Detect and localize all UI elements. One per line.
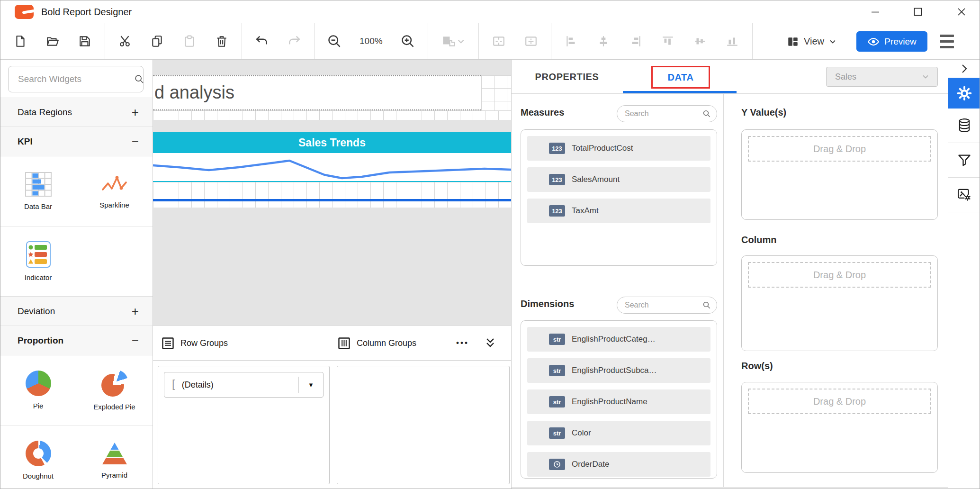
save-icon[interactable]	[78, 34, 92, 48]
widget-indicator[interactable]: Indicator	[0, 226, 76, 297]
design-grid	[153, 182, 511, 208]
widget-data-bar[interactable]: Data Bar	[0, 156, 76, 226]
report-title-textbox[interactable]: d analysis	[153, 75, 481, 110]
expand-icon[interactable]: +	[132, 106, 139, 118]
measure-item[interactable]: 123 SalesAmount	[527, 167, 710, 192]
drag-drop-zone[interactable]: Drag & Drop	[748, 389, 931, 414]
align-left-icon[interactable]	[564, 34, 578, 48]
measures-search-box[interactable]	[617, 105, 717, 122]
pie-icon	[26, 371, 51, 396]
align-bottom-icon[interactable]	[725, 34, 739, 48]
image-settings-icon[interactable]	[948, 178, 980, 212]
split-horizontal-icon[interactable]	[492, 34, 506, 48]
align-center-icon[interactable]	[596, 34, 611, 48]
filter-icon[interactable]	[948, 143, 980, 178]
widget-exploded-pie[interactable]: Exploded Pie	[76, 355, 153, 426]
sidebar-section-deviation[interactable]: Deviation +	[0, 297, 153, 326]
expand-icon[interactable]: +	[132, 305, 139, 317]
row-groups-section[interactable]: Row Groups	[162, 326, 228, 361]
dimension-item[interactable]: OrderDate	[527, 452, 710, 477]
main-toolbar: 100%	[0, 23, 980, 60]
data-tab-highlight: DATA	[651, 66, 710, 89]
field-name: EnglishProductName	[572, 397, 647, 407]
details-group-dropdown[interactable]: [ (Details) ▼	[164, 372, 324, 398]
zoom-in-icon[interactable]	[401, 34, 415, 48]
dimensions-search-box[interactable]	[617, 297, 717, 314]
dimension-item[interactable]: str EnglishProductCateg…	[527, 327, 710, 352]
string-type-badge: str	[549, 365, 565, 376]
collapse-icon[interactable]: −	[132, 335, 139, 347]
design-canvas[interactable]: d analysis Sales Trends Row Groups Col	[153, 60, 511, 489]
report-title-row: d analysis	[153, 75, 511, 110]
widget-pyramid[interactable]: Pyramid	[76, 426, 153, 489]
column-dropbox[interactable]: Drag & Drop	[741, 255, 938, 351]
close-button[interactable]	[955, 5, 968, 18]
collapse-panel-chevron-icon[interactable]	[948, 60, 980, 78]
dataset-dropdown[interactable]: Sales	[826, 67, 938, 87]
chart-title-bar[interactable]: Sales Trends	[153, 132, 511, 153]
align-middle-icon[interactable]	[693, 34, 707, 48]
measures-search-input[interactable]	[617, 109, 702, 118]
minimize-button[interactable]	[869, 5, 882, 18]
dimension-item[interactable]: str EnglishProductName	[527, 389, 710, 414]
sidebar-section-data-regions[interactable]: Data Regions +	[0, 98, 153, 127]
widget-doughnut[interactable]: Doughnut	[0, 426, 76, 489]
copy-icon[interactable]	[150, 34, 164, 48]
proportion-widget-grid: Pie Exploded Pie Doughnut	[0, 355, 153, 489]
widget-label: Data Bar	[24, 202, 52, 210]
preview-button[interactable]: Preview	[856, 31, 927, 52]
tab-properties[interactable]: PROPERTIES	[524, 60, 610, 94]
more-options-icon[interactable]: •••	[456, 326, 469, 361]
rows-title: Row(s)	[741, 361, 773, 371]
sparkline-chart[interactable]	[153, 153, 511, 182]
sidebar-section-kpi[interactable]: KPI −	[0, 127, 153, 156]
widget-sparkline[interactable]: Sparkline	[76, 156, 153, 226]
open-report-icon[interactable]	[45, 34, 60, 48]
widget-search-input[interactable]	[9, 74, 134, 84]
measures-title: Measures	[521, 107, 564, 118]
collapse-pane-icon[interactable]	[485, 326, 496, 361]
dropdown-arrow-icon[interactable]: ▼	[298, 377, 323, 393]
drop-zones-column: Y Value(s) Drag & Drop Column Drag & Dro…	[724, 94, 948, 488]
sidebar-section-proportion[interactable]: Proportion −	[0, 326, 153, 355]
delete-icon[interactable]	[215, 34, 229, 48]
cut-icon[interactable]	[118, 34, 132, 48]
zoom-out-icon[interactable]	[327, 34, 342, 48]
undo-icon[interactable]	[255, 34, 269, 48]
number-type-badge: 123	[549, 205, 565, 217]
dimension-item[interactable]: str EnglishProductSubca…	[527, 358, 710, 383]
paste-icon[interactable]	[182, 34, 197, 48]
maximize-button[interactable]	[911, 5, 925, 18]
string-type-badge: str	[549, 334, 565, 345]
database-icon[interactable]	[948, 109, 980, 143]
split-vertical-icon[interactable]	[524, 34, 538, 48]
rows-dropbox[interactable]: Drag & Drop	[741, 382, 938, 473]
insert-widget-icon[interactable]	[441, 34, 466, 48]
measure-item[interactable]: 123 TotalProductCost	[527, 136, 710, 161]
new-report-icon[interactable]	[13, 34, 27, 48]
align-right-icon[interactable]	[629, 34, 643, 48]
dimension-item[interactable]: str Color	[527, 421, 710, 445]
widget-search-box[interactable]	[8, 66, 144, 92]
drag-drop-zone[interactable]: Drag & Drop	[748, 262, 931, 288]
row-groups-label: Row Groups	[180, 338, 228, 348]
horizontal-line-element[interactable]	[153, 199, 511, 201]
view-dropdown[interactable]: View	[787, 23, 836, 60]
gear-icon[interactable]	[948, 78, 980, 109]
column-groups-label: Column Groups	[357, 338, 416, 348]
fields-column: Measures 123 TotalProductCost 123 SalesA…	[512, 94, 724, 488]
eye-icon	[867, 36, 880, 47]
column-groups-section[interactable]: Column Groups	[338, 326, 416, 361]
canvas-margin	[153, 208, 511, 325]
tab-data[interactable]: DATA	[668, 72, 694, 83]
dimensions-search-input[interactable]	[617, 301, 702, 309]
widget-pie[interactable]: Pie	[0, 355, 76, 426]
align-top-icon[interactable]	[661, 34, 675, 48]
toolbar-right: View Preview	[781, 23, 980, 60]
collapse-icon[interactable]: −	[132, 136, 139, 148]
menu-icon[interactable]	[940, 35, 954, 48]
y-values-dropbox[interactable]: Drag & Drop	[741, 129, 938, 220]
measure-item[interactable]: 123 TaxAmt	[527, 199, 710, 223]
redo-icon[interactable]	[287, 34, 301, 48]
drag-drop-zone[interactable]: Drag & Drop	[748, 136, 931, 162]
